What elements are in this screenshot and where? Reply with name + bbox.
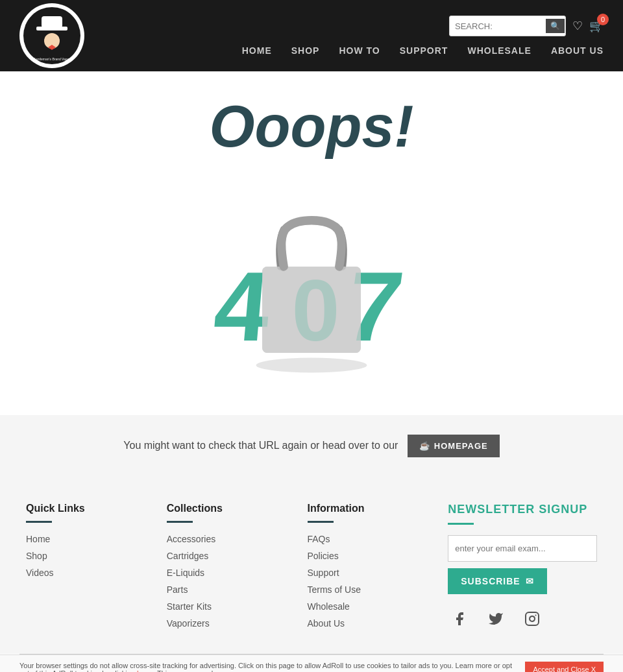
quick-link-home[interactable]: Home [26, 534, 50, 544]
collection-eliquids[interactable]: E-Liquids [167, 568, 204, 578]
quick-link-videos[interactable]: Videos [26, 568, 54, 578]
info-policies[interactable]: Policies [308, 551, 339, 561]
footer-collections: Collections Accessories Cartridges E-Liq… [167, 503, 282, 634]
not-found-text: You might want to check that URL again o… [123, 440, 398, 451]
not-found-message: You might want to check that URL again o… [0, 415, 623, 477]
svg-point-11 [256, 358, 367, 373]
svg-rect-12 [526, 612, 539, 625]
nav-home[interactable]: HOME [242, 45, 272, 56]
twitter-icon[interactable] [484, 607, 507, 630]
homepage-btn-label: HOMEPAGE [434, 441, 488, 451]
footer-quick-links: Quick Links Home Shop Videos [26, 503, 141, 634]
cart-button[interactable]: 🛒 0 [589, 19, 604, 33]
error-graphic: 4 0 7 [182, 175, 441, 383]
collection-cartridges[interactable]: Cartridges [167, 551, 209, 561]
nav-shop[interactable]: SHOP [291, 45, 320, 56]
collections-divider [167, 521, 193, 523]
cookie-learn-more-link[interactable]: here [137, 669, 151, 672]
svg-rect-10 [262, 267, 361, 353]
cart-badge: 0 [597, 14, 609, 25]
cookie-text: Your browser settings do not allow cross… [19, 662, 519, 672]
search-input[interactable] [455, 21, 546, 31]
collection-vaporizers[interactable]: Vaporizers [167, 618, 210, 629]
information-divider [308, 521, 334, 523]
error-404-image: 4 0 7 [188, 182, 435, 376]
error-section: Ooops! 4 0 7 [0, 71, 623, 415]
social-icons [448, 607, 597, 630]
search-button[interactable]: 🔍 [546, 19, 565, 33]
collection-parts[interactable]: Parts [167, 584, 188, 595]
subscribe-label: SUBSCRIBE [461, 576, 520, 586]
newsletter-divider [448, 523, 474, 525]
info-about-us[interactable]: About Us [308, 618, 345, 629]
main-nav: HOME SHOP HOW TO SUPPORT WHOLESALE ABOUT… [242, 45, 604, 56]
quick-links-divider [26, 521, 52, 523]
homepage-button[interactable]: ☕ HOMEPAGE [408, 435, 500, 457]
collections-list: Accessories Cartridges E-Liquids Parts S… [167, 533, 282, 629]
footer-newsletter: NEWSLETTER SIGNUP SUBSCRIBE ✉ [448, 503, 597, 634]
quick-links-title: Quick Links [26, 503, 141, 514]
logo[interactable]: Gentleman's Brand Vapes [19, 3, 84, 68]
svg-text:Gentleman's Brand Vapes: Gentleman's Brand Vapes [33, 57, 71, 61]
collections-title: Collections [167, 503, 282, 514]
wishlist-button[interactable]: ♡ [572, 19, 583, 33]
collection-accessories[interactable]: Accessories [167, 534, 215, 544]
logo-area: Gentleman's Brand Vapes [19, 3, 84, 68]
nav-about-us[interactable]: ABOUT US [551, 45, 604, 56]
quick-links-list: Home Shop Videos [26, 533, 141, 579]
email-icon: ✉ [526, 576, 534, 586]
collection-starter-kits[interactable]: Starter Kits [167, 601, 212, 612]
search-box[interactable]: 🔍 [449, 16, 566, 36]
newsletter-email-input[interactable] [448, 535, 597, 562]
homepage-icon: ☕ [419, 441, 430, 451]
information-list: FAQs Policies Support Terms of Use Whole… [308, 533, 422, 629]
instagram-icon[interactable] [520, 607, 544, 630]
site-header: Gentleman's Brand Vapes 🔍 ♡ 🛒 0 HOME SHO… [0, 0, 623, 71]
top-bar: 🔍 ♡ 🛒 0 [449, 16, 604, 36]
nav-support[interactable]: SUPPORT [400, 45, 448, 56]
info-wholesale[interactable]: Wholesale [308, 601, 350, 612]
info-support[interactable]: Support [308, 568, 339, 578]
subscribe-button[interactable]: SUBSCRIBE ✉ [448, 568, 546, 594]
nav-area: 🔍 ♡ 🛒 0 HOME SHOP HOW TO SUPPORT WHOLESA… [242, 16, 604, 56]
svg-rect-2 [42, 16, 62, 28]
logo-icon: Gentleman's Brand Vapes [23, 7, 80, 64]
info-terms[interactable]: Terms of Use [308, 584, 361, 595]
newsletter-title: NEWSLETTER SIGNUP [448, 503, 597, 516]
cookie-accept-button[interactable]: Accept and Close X [525, 662, 604, 672]
ooops-heading: Ooops! [13, 97, 610, 156]
facebook-icon[interactable] [448, 607, 471, 630]
footer: Quick Links Home Shop Videos Collections… [0, 477, 623, 654]
information-title: Information [308, 503, 422, 514]
cookie-bar: Your browser settings do not allow cross… [0, 654, 623, 672]
quick-link-shop[interactable]: Shop [26, 551, 47, 561]
footer-information: Information FAQs Policies Support Terms … [308, 503, 422, 634]
nav-wholesale[interactable]: WHOLESALE [467, 45, 531, 56]
nav-how-to[interactable]: HOW TO [339, 45, 380, 56]
info-faqs[interactable]: FAQs [308, 534, 330, 544]
